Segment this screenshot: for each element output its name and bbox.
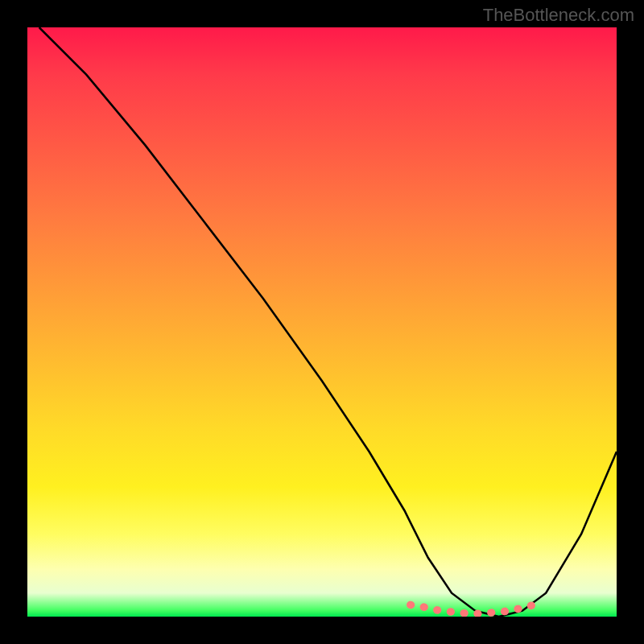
bottleneck-curve-path [39, 27, 617, 617]
chart-container: TheBottleneck.com [0, 0, 644, 644]
plot-area [26, 26, 618, 618]
watermark-text: TheBottleneck.com [483, 5, 634, 26]
chart-svg [27, 27, 617, 617]
curve-layer [39, 27, 617, 617]
